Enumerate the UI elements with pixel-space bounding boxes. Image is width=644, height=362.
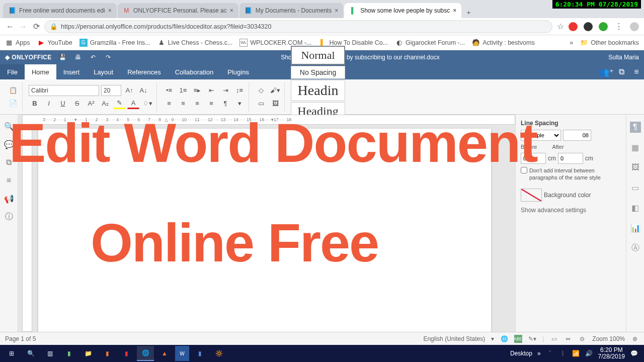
shape-tab-icon[interactable]: ◧ bbox=[630, 202, 641, 213]
ext-icon[interactable] bbox=[584, 22, 593, 31]
redo-icon[interactable]: ↷ bbox=[104, 53, 112, 61]
browser-tab-active[interactable]: ▌Show some love people by subsc× bbox=[344, 3, 461, 18]
tab-plugins[interactable]: Plugins bbox=[220, 64, 256, 79]
tray-up-icon[interactable]: ˄ bbox=[546, 349, 554, 357]
tab-insert[interactable]: Insert bbox=[56, 64, 87, 79]
trackchanges-icon[interactable]: ✎▾ bbox=[528, 335, 536, 343]
profile-icon[interactable] bbox=[630, 22, 639, 31]
document-page[interactable] bbox=[38, 129, 491, 332]
strike-button[interactable]: S bbox=[71, 98, 83, 109]
taskview-button[interactable]: ▥ bbox=[41, 346, 58, 361]
linespacing-value[interactable] bbox=[563, 130, 591, 141]
zoom-in-icon[interactable]: ⊕ bbox=[631, 335, 639, 343]
star-icon[interactable]: ☆ bbox=[555, 22, 566, 32]
spacing-after[interactable] bbox=[558, 153, 583, 164]
align-justify-button[interactable]: ≡ bbox=[205, 98, 217, 109]
italic-button[interactable]: I bbox=[43, 98, 55, 109]
save-icon[interactable]: 💾 bbox=[59, 53, 67, 61]
highlight-button[interactable]: ✎ bbox=[113, 98, 125, 109]
taskbar-app[interactable]: ▮ bbox=[99, 346, 116, 361]
taskbar-app[interactable]: ▮ bbox=[60, 346, 77, 361]
indent-button[interactable]: ⇥ bbox=[219, 85, 231, 96]
shading-button[interactable]: ▾ bbox=[233, 98, 246, 109]
font-size-select[interactable]: 20 bbox=[101, 85, 121, 96]
style-nospacing[interactable]: No Spacing bbox=[291, 66, 345, 79]
zoom-level[interactable]: Zoom 100% bbox=[592, 335, 625, 342]
user-name[interactable]: Sulta Maria bbox=[608, 54, 639, 61]
vlc-icon[interactable]: ▲ bbox=[156, 346, 173, 361]
subscript-button[interactable]: A₂ bbox=[99, 98, 111, 109]
browser-tab[interactable]: 📘My Documents - Documents× bbox=[239, 3, 343, 18]
desktop-toolbar[interactable]: Desktop bbox=[510, 350, 532, 357]
advanced-settings-link[interactable]: Show advanced settings bbox=[521, 207, 621, 214]
close-icon[interactable]: × bbox=[230, 7, 233, 14]
spellcheck-icon[interactable]: 🌐 bbox=[500, 335, 508, 343]
word-icon[interactable]: W bbox=[175, 346, 189, 361]
open-location-icon[interactable]: ⧉ bbox=[614, 64, 629, 79]
same-style-checkbox[interactable]: Don't add interval between paragraphs of… bbox=[521, 167, 621, 182]
other-bookmarks[interactable]: 📁Other bookmarks bbox=[580, 39, 639, 47]
close-icon[interactable]: × bbox=[108, 7, 112, 14]
bookmark-apps[interactable]: ▦Apps bbox=[5, 39, 30, 47]
tab-collaboration[interactable]: Collaboration bbox=[168, 64, 221, 79]
paragraph-tab-icon[interactable]: ¶ bbox=[630, 122, 641, 133]
bluetooth-icon[interactable]: ᛒ bbox=[559, 349, 567, 357]
new-tab-button[interactable]: ＋ bbox=[462, 7, 474, 18]
search-button[interactable]: 🔍 bbox=[22, 346, 39, 361]
copy-icon[interactable]: 📋 bbox=[7, 85, 19, 96]
feedback-icon[interactable]: 📢 bbox=[5, 194, 14, 203]
share-icon[interactable]: 👥⁺ bbox=[599, 64, 614, 79]
close-icon[interactable]: × bbox=[335, 7, 338, 14]
tab-home[interactable]: Home bbox=[25, 64, 56, 79]
linespacing-button[interactable]: ↕≡ bbox=[233, 85, 246, 96]
bookmark-item[interactable]: ♟Live Chess - Chess.c... bbox=[157, 39, 233, 47]
navigation-icon[interactable]: ≡ bbox=[5, 176, 14, 185]
notifications-icon[interactable]: 💬 bbox=[630, 349, 638, 357]
align-left-button[interactable]: ≡ bbox=[163, 98, 175, 109]
bold-button[interactable]: B bbox=[29, 98, 41, 109]
ext-icon[interactable] bbox=[599, 22, 608, 31]
tab-references[interactable]: References bbox=[120, 64, 168, 79]
bookmark-item[interactable]: ◐Gigarocket Forum -... bbox=[395, 39, 465, 47]
tab-layout[interactable]: Layout bbox=[87, 64, 120, 79]
superscript-button[interactable]: A² bbox=[85, 98, 97, 109]
menu-icon[interactable]: ⋮ bbox=[614, 22, 624, 32]
font-grow-icon[interactable]: A↑ bbox=[123, 85, 135, 96]
spellcheck2-icon[interactable]: ABC bbox=[514, 335, 522, 343]
multilevel-button[interactable]: ≡▸ bbox=[191, 85, 203, 96]
view-settings-icon[interactable]: ≡ bbox=[629, 64, 644, 79]
reload-icon[interactable]: ⟳ bbox=[31, 22, 41, 32]
linespacing-mode[interactable]: Multiple bbox=[521, 130, 561, 141]
volume-icon[interactable]: 🔊 bbox=[585, 349, 593, 357]
style-normal[interactable]: Normal bbox=[291, 46, 345, 65]
font-color-button[interactable]: A bbox=[127, 98, 139, 109]
wifi-icon[interactable]: 📶 bbox=[572, 349, 580, 357]
start-button[interactable]: ⊞ bbox=[3, 346, 20, 361]
search-icon[interactable]: 🔍 bbox=[5, 122, 14, 131]
doc-language[interactable]: English (United States) bbox=[423, 335, 485, 342]
clear-style-button[interactable]: ◇ bbox=[255, 85, 267, 96]
bgcolor-swatch[interactable] bbox=[521, 189, 542, 202]
bookmark-item[interactable]: GGramzilla - Free Ins... bbox=[79, 39, 150, 47]
page-count[interactable]: Page 1 of 5 bbox=[5, 335, 36, 342]
clock[interactable]: 6:20 PM7/28/2019 bbox=[598, 347, 625, 360]
font-name-select[interactable]: Calibri bbox=[29, 85, 99, 96]
header-tab-icon[interactable]: ▭ bbox=[630, 182, 641, 193]
taskbar-app[interactable]: ▮ bbox=[191, 346, 208, 361]
taskbar-app[interactable]: 🔆 bbox=[210, 346, 227, 361]
spacing-before[interactable] bbox=[521, 153, 546, 164]
chrome-icon[interactable]: 🌐 bbox=[137, 346, 154, 361]
align-right-button[interactable]: ≡ bbox=[191, 98, 203, 109]
about-icon[interactable]: ⓘ bbox=[5, 212, 14, 221]
zoom-out-icon[interactable]: ⊖ bbox=[578, 335, 586, 343]
document-canvas[interactable]: 3 · · · 2 · · · 1 · · · ▾ · · · 1 · · · … bbox=[18, 115, 515, 332]
underline-button[interactable]: U bbox=[57, 98, 69, 109]
font-shrink-icon[interactable]: A↓ bbox=[137, 85, 149, 96]
fit-page-icon[interactable]: ▭ bbox=[550, 335, 558, 343]
back-icon[interactable]: ← bbox=[5, 22, 15, 32]
textart-tab-icon[interactable]: Ⓐ bbox=[630, 242, 641, 253]
chart-tab-icon[interactable]: 📊 bbox=[630, 222, 641, 233]
table-tab-icon[interactable]: ▦ bbox=[630, 142, 641, 153]
browser-tab[interactable]: 📘Free online word documents edi× bbox=[3, 3, 117, 18]
fit-width-icon[interactable]: ⇔ bbox=[564, 335, 572, 343]
